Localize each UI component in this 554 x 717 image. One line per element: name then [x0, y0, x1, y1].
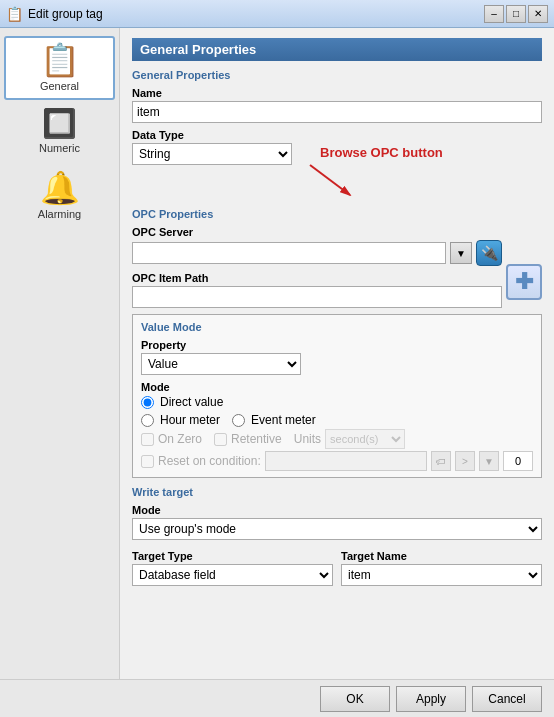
- data-type-label: Data Type: [132, 129, 542, 141]
- condition-num-input[interactable]: [503, 451, 533, 471]
- condition-row: Reset on condition: 🏷 > ▼: [141, 451, 533, 471]
- write-mode-select[interactable]: Use group's mode Direct Indirect: [132, 518, 542, 540]
- value-mode-title: Value Mode: [141, 321, 533, 333]
- units-label: Units: [294, 432, 321, 446]
- condition-dropdown-btn[interactable]: ▼: [479, 451, 499, 471]
- condition-gt-btn[interactable]: >: [455, 451, 475, 471]
- reset-condition-label: Reset on condition:: [158, 454, 261, 468]
- opc-item-path-label: OPC Item Path: [132, 272, 502, 284]
- data-type-select[interactable]: String Integer Float Boolean: [132, 143, 292, 165]
- general-label: General: [40, 80, 79, 92]
- on-zero-checkbox[interactable]: [141, 433, 154, 446]
- hour-meter-radio[interactable]: [141, 414, 154, 427]
- on-zero-row: On Zero Retentive Units second(s): [141, 429, 533, 449]
- subsection-general-properties: General Properties: [132, 69, 542, 81]
- subsection-opc: OPC Properties: [132, 208, 542, 220]
- retentive-label: Retentive: [231, 432, 282, 446]
- name-label: Name: [132, 87, 542, 99]
- mode-radio-group: Direct value Hour meter Event meter: [141, 395, 533, 427]
- main-container: 📋 General 🔲 Numeric 🔔 Alarming General P…: [0, 28, 554, 717]
- hour-meter-label: Hour meter: [160, 413, 220, 427]
- opc-server-input[interactable]: [132, 242, 446, 264]
- direct-value-label: Direct value: [160, 395, 223, 409]
- sidebar-item-general[interactable]: 📋 General: [4, 36, 115, 100]
- condition-value-input[interactable]: [265, 451, 427, 471]
- condition-tag-btn[interactable]: 🏷: [431, 451, 451, 471]
- maximize-button[interactable]: □: [506, 5, 526, 23]
- target-name-select[interactable]: item: [341, 564, 542, 586]
- minimize-button[interactable]: –: [484, 5, 504, 23]
- sidebar: 📋 General 🔲 Numeric 🔔 Alarming: [0, 28, 120, 717]
- value-mode-section: Value Mode Property Value Quality Timest…: [132, 314, 542, 478]
- opc-item-path-input[interactable]: [132, 286, 502, 308]
- numeric-label: Numeric: [39, 142, 80, 154]
- sidebar-item-alarming[interactable]: 🔔 Alarming: [4, 164, 115, 228]
- opc-browse-button[interactable]: 🔌: [476, 240, 502, 266]
- numeric-icon: 🔲: [42, 110, 77, 138]
- window-icon: 📋: [6, 6, 22, 22]
- mode-label: Mode: [141, 381, 533, 393]
- browse-arrow-icon: [300, 160, 360, 200]
- reset-condition-checkbox[interactable]: [141, 455, 154, 468]
- title-bar-controls: – □ ✕: [484, 5, 548, 23]
- write-target-title: Write target: [132, 486, 542, 498]
- hour-meter-option[interactable]: Hour meter: [141, 413, 220, 427]
- write-mode-label: Mode: [132, 504, 542, 516]
- close-button[interactable]: ✕: [528, 5, 548, 23]
- opc-server-dropdown-btn[interactable]: ▼: [450, 242, 472, 264]
- target-name-label: Target Name: [341, 550, 542, 562]
- target-type-label: Target Type: [132, 550, 333, 562]
- opc-add-button[interactable]: ✚: [506, 264, 542, 300]
- opc-server-label: OPC Server: [132, 226, 542, 238]
- property-label: Property: [141, 339, 533, 351]
- event-meter-option[interactable]: Event meter: [232, 413, 316, 427]
- content-area: General Properties General Properties Na…: [120, 28, 554, 717]
- sidebar-item-numeric[interactable]: 🔲 Numeric: [4, 102, 115, 162]
- units-select[interactable]: second(s): [325, 429, 405, 449]
- alarming-icon: 🔔: [40, 172, 80, 204]
- direct-value-radio[interactable]: [141, 396, 154, 409]
- event-meter-label: Event meter: [251, 413, 316, 427]
- cancel-button[interactable]: Cancel: [472, 686, 542, 712]
- general-icon: 📋: [40, 44, 80, 76]
- property-select[interactable]: Value Quality Timestamp: [141, 353, 301, 375]
- alarming-label: Alarming: [38, 208, 81, 220]
- name-input[interactable]: [132, 101, 542, 123]
- window-title: Edit group tag: [28, 7, 478, 21]
- section-title: General Properties: [132, 38, 542, 61]
- browse-opc-annotation: Browse OPC button: [320, 145, 443, 160]
- direct-value-option[interactable]: Direct value: [141, 395, 533, 409]
- svg-line-1: [310, 165, 350, 195]
- event-meter-radio[interactable]: [232, 414, 245, 427]
- on-zero-label: On Zero: [158, 432, 202, 446]
- ok-button[interactable]: OK: [320, 686, 390, 712]
- write-target-section: Write target Mode Use group's mode Direc…: [132, 486, 542, 586]
- apply-button[interactable]: Apply: [396, 686, 466, 712]
- retentive-checkbox[interactable]: [214, 433, 227, 446]
- target-type-select[interactable]: Database field OPC None: [132, 564, 333, 586]
- bottom-bar: OK Apply Cancel: [0, 679, 554, 717]
- title-bar: 📋 Edit group tag – □ ✕: [0, 0, 554, 28]
